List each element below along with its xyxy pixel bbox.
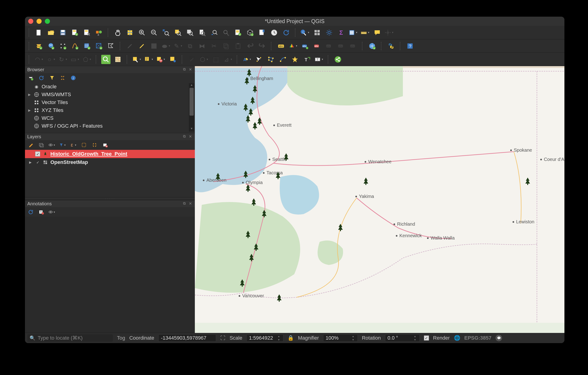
filter-expression-icon[interactable]: ε▼ [70,141,77,149]
expand-all-icon[interactable] [80,141,87,149]
new-bookmark-button[interactable] [257,28,267,37]
cut-button[interactable]: ✂ [210,41,219,51]
python-console-button[interactable] [387,41,396,51]
annotation-polygon-button[interactable] [266,55,275,64]
scroll-down-icon[interactable]: ▼ [189,127,194,131]
browser-item-xyz[interactable]: ▶XYZ Tiles [25,106,195,114]
add-feature-button[interactable]: ⬬▼ [161,41,171,51]
annotation-html-button[interactable]: T [302,55,312,64]
new-map-view-button[interactable]: + [233,28,243,37]
toolbar-grip[interactable] [271,42,272,50]
ruler-button[interactable]: ▼ [361,28,370,37]
annotation-visibility-icon[interactable]: ▼ [49,209,55,215]
browser-item-wms[interactable]: ▶WMS/WMTS [25,91,195,98]
deselect-button[interactable]: ▼ [156,55,166,64]
layer-item-openstreetmap[interactable]: ▶ ✓ OpenStreetMap [25,158,195,166]
new-geopackage-button[interactable]: + [94,41,104,51]
new-3d-map-view-button[interactable]: + [245,28,255,37]
zoom-to-selection-button[interactable] [173,28,183,37]
rotation-value[interactable]: 0.0 °▲▼ [385,334,420,342]
add-group-icon[interactable] [38,141,45,149]
help-button[interactable]: ? [405,41,415,51]
scroll-thumb[interactable] [189,88,194,116]
snap-1[interactable]: ◠▼ [34,55,43,64]
toolbar-grip[interactable] [400,42,401,50]
panel-float-icon[interactable]: ⧉ [182,134,187,139]
maximize-window-button[interactable] [45,19,50,24]
browser-panel-header[interactable]: Browser ⧉ ✕ [25,66,195,73]
panel-close-icon[interactable]: ✕ [188,201,192,206]
refresh-button[interactable] [282,28,291,37]
quickosm-button[interactable] [101,55,110,64]
add-raster-layer-button[interactable]: + [46,41,55,51]
add-mesh-layer-button[interactable]: + [58,41,67,51]
annotation-line-button[interactable] [278,55,287,64]
settings-button[interactable] [325,28,334,37]
scale-value[interactable]: 1:5964922▲▼ [246,334,283,342]
annotation-form-button[interactable]: T▼ [314,55,324,64]
locator-input[interactable]: 🔍 Type to locate (⌘K) [27,334,113,342]
add-delimited-text-button[interactable]: + [70,41,80,51]
browser-item-oracle[interactable]: ◉Oracle [25,83,195,91]
crs-label[interactable]: EPSG:3857 [464,335,491,341]
toolbar-grip[interactable] [120,42,121,50]
render-checkbox[interactable]: ✓ [424,335,429,341]
toolbar-grip[interactable] [295,28,296,37]
layer-checkbox[interactable]: ✓ [35,151,40,157]
redo-button[interactable] [257,41,267,51]
panel-float-icon[interactable]: ⧉ [182,201,187,206]
lock-icon[interactable]: 🔒 [287,335,294,341]
split-button[interactable]: ⊿▼ [223,55,232,64]
remove-layer-icon[interactable] [102,141,109,149]
snap-5[interactable]: ⬠▼ [82,55,92,64]
snap-3[interactable]: ↻▼ [58,55,67,64]
filter-legend-icon[interactable]: ▼ [59,141,66,149]
toolbar-grip[interactable] [328,55,329,64]
close-window-button[interactable] [28,19,33,24]
identify-features-button[interactable]: i▼ [301,28,310,37]
manage-visibility-icon[interactable]: ▼ [49,141,55,149]
zoom-to-layer-button[interactable] [185,28,195,37]
refresh-icon[interactable] [27,209,34,215]
zoom-last-button[interactable] [210,28,219,37]
toolbar-grip[interactable] [182,55,183,64]
filter-icon[interactable] [49,75,55,81]
toolbar-grip[interactable] [96,55,97,64]
current-edits-button[interactable] [137,41,147,51]
add-virtual-layer-button[interactable]: + [82,41,92,51]
map-canvas[interactable]: BellinghamVictoriaEverettSeattleTacomaWe… [195,66,564,333]
move-feature-button[interactable]: ⧉ [185,41,195,51]
copy-button[interactable] [221,41,231,51]
toolbar-grip[interactable] [29,42,30,50]
pan-button[interactable] [113,28,123,37]
undo-button[interactable] [245,41,255,51]
messages-button[interactable]: 💬 [495,335,502,341]
add-vector-layer-button[interactable]: + [34,41,43,51]
panel-float-icon[interactable]: ⧉ [182,67,187,72]
open-project-button[interactable] [46,28,55,37]
actions-button[interactable] [313,28,322,37]
style-manager-button[interactable]: a [94,28,104,37]
toolbar-grip[interactable] [237,55,238,64]
layer-styling-icon[interactable] [27,141,34,149]
add-layer-icon[interactable] [27,75,34,81]
select-by-location-button[interactable] [168,55,178,64]
properties-icon[interactable]: i [70,75,77,81]
save-project-button[interactable] [58,28,67,37]
layout-manager-button[interactable] [82,28,92,37]
label-button[interactable]: abc [276,41,286,51]
annotation-text-icon[interactable]: T [38,209,45,215]
zoom-full-button[interactable] [161,28,171,37]
select-by-value-button[interactable]: ▼ [144,55,154,64]
new-project-button[interactable] [34,28,43,37]
zoom-native-button[interactable] [197,28,207,37]
collapse-all-icon[interactable] [91,141,98,149]
temporal-controller-button[interactable] [270,28,279,37]
layers-panel-header[interactable]: Layers ⧉ ✕ [25,133,195,140]
panel-resize-grip[interactable]: · · · · · [25,197,195,200]
layer-item-historic-oldgrowth[interactable]: ✓ Historic_OldGrowth_Tree_Point [25,150,195,158]
statistics-button[interactable]: Σ [336,28,346,37]
measure-button[interactable]: ▼ [348,28,358,37]
refresh-icon[interactable] [38,75,45,81]
snap-2[interactable]: ○▼ [46,55,55,64]
